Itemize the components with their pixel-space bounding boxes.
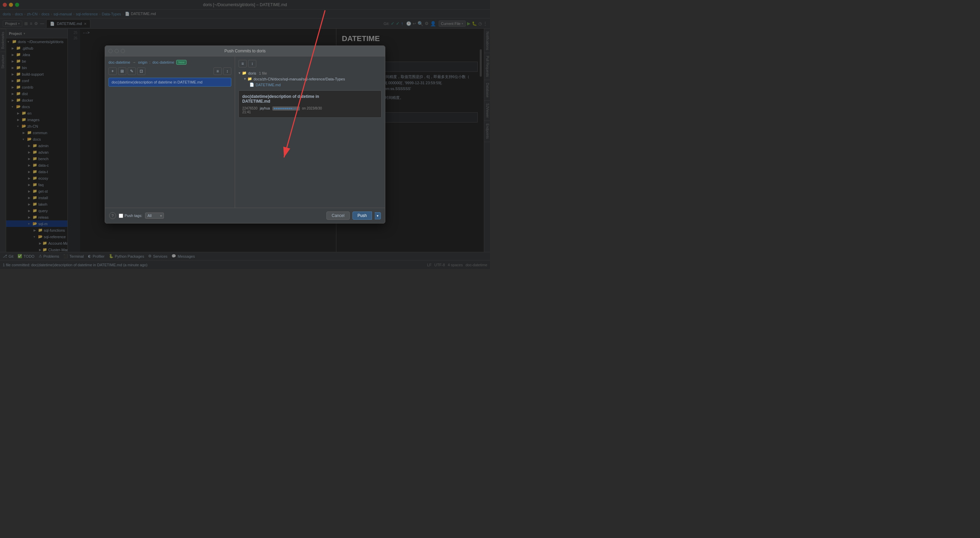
colon-sep: : [150, 60, 151, 64]
dialog-traffic-lights [108, 49, 125, 53]
right-filter-btn[interactable]: ≡ [239, 60, 247, 67]
file-icon: 📄 [250, 83, 254, 87]
cancel-button[interactable]: Cancel [326, 212, 349, 220]
push-tags-checkbox[interactable] [119, 213, 123, 218]
file-tree-root-label: doris [248, 71, 256, 75]
path-folder-icon: 📁 [247, 76, 252, 81]
file-tree-path-label: docs/zh-CN/docs/sql-manual/sql-reference… [253, 77, 345, 81]
push-dropdown-button[interactable]: ▾ [375, 212, 381, 220]
branch-from: doc-datetime [108, 60, 130, 64]
path-chevron-icon: ▾ [244, 76, 246, 81]
branch-to: doc-datetime [153, 60, 175, 64]
commit-detail-message: doc(datetime)description of datetime inD… [242, 94, 378, 104]
dialog-titlebar: Push Commits to doris [105, 46, 385, 56]
grid-view-btn[interactable]: ⊞ [118, 67, 126, 75]
commit-author: jayhua [260, 107, 270, 110]
file-name: DATETIME.md [256, 83, 281, 87]
right-sort-btn[interactable]: ↕ [248, 60, 256, 67]
expand-btn[interactable]: ⊡ [137, 67, 145, 75]
edit-btn[interactable]: ✎ [127, 67, 136, 75]
sort-btn[interactable]: ↕ [223, 67, 231, 75]
commit-time: 21:41 [242, 110, 251, 114]
file-count: 1 file [259, 71, 267, 75]
branch-arrow-icon: → [132, 60, 136, 64]
dialog-title: Push Commits to doris [224, 49, 266, 53]
root-chevron-icon: ▾ [239, 71, 240, 75]
branch-row: doc-datetime → origin : doc-datetime New [108, 60, 231, 65]
push-dialog: Push Commits to doris doc-datetime → ori… [105, 46, 385, 223]
new-badge: New [176, 60, 186, 65]
push-tags-select[interactable]: All None [145, 213, 164, 219]
dialog-footer: ? Push tags: All None Cancel Push ▾ [105, 208, 385, 223]
file-tree-path[interactable]: ▾ 📁 docs/zh-CN/docs/sql-manual/sql-refer… [239, 76, 382, 82]
commit-email-badge: ■■■■■■■■■■om> [272, 107, 300, 111]
commit-item-selected[interactable]: doc(datetime)description of datetime in … [108, 78, 231, 87]
branch-origin: origin [138, 60, 148, 64]
commit-detail: doc(datetime)description of datetime inD… [239, 90, 382, 118]
commit-hash: 22476530 [242, 107, 258, 110]
file-tree-file[interactable]: 📄 DATETIME.md [239, 82, 382, 88]
filter-btn[interactable]: ≡ [213, 67, 222, 75]
root-folder-icon: 📁 [242, 71, 247, 75]
dialog-body: doc-datetime → origin : doc-datetime New… [105, 56, 385, 208]
dialog-close-btn[interactable] [108, 49, 113, 53]
push-tags-check: Push tags: [119, 213, 142, 218]
push-tags-select-wrap: All None [145, 213, 164, 219]
commit-detail-meta: 22476530 jayhua ■■■■■■■■■■om> on 2023/8/… [242, 107, 378, 114]
dialog-max-btn[interactable] [121, 49, 125, 53]
modal-overlay: Push Commits to doris doc-datetime → ori… [0, 0, 490, 269]
commit-date: on 2023/8/30 [302, 107, 321, 110]
push-tags-label[interactable]: Push tags: [124, 213, 142, 218]
file-tree-root[interactable]: ▾ 📁 doris 1 file [239, 70, 382, 76]
dialog-toolbar: + ⊞ ✎ ⊡ ≡ ↕ [108, 67, 231, 75]
add-commit-btn[interactable]: + [108, 67, 117, 75]
file-tree: ▾ 📁 doris 1 file ▾ 📁 docs/zh-CN/docs/sql… [239, 70, 382, 88]
commit-message-text: doc(datetime)description of datetime in … [111, 80, 202, 84]
dialog-min-btn[interactable] [115, 49, 119, 53]
push-button[interactable]: Push [352, 212, 372, 220]
dialog-right-toolbar: ≡ ↕ [239, 60, 382, 67]
dialog-left-panel: doc-datetime → origin : doc-datetime New… [105, 56, 235, 208]
help-button[interactable]: ? [109, 212, 116, 219]
dialog-right-panel: ≡ ↕ ▾ 📁 doris 1 file ▾ 📁 docs/zh-CN/docs… [235, 56, 385, 208]
